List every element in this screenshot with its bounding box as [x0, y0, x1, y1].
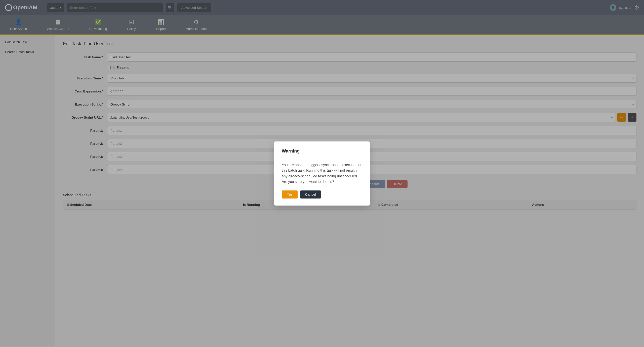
warning-modal: Warning You are about to trigger asynchr… [274, 141, 370, 206]
modal-overlay: Warning You are about to trigger asynchr… [0, 0, 644, 346]
modal-actions: Yes Cancel [282, 190, 362, 199]
modal-yes-button[interactable]: Yes [282, 190, 298, 199]
modal-divider [282, 158, 362, 158]
modal-body: You are about to trigger asynchronous ex… [282, 162, 362, 185]
modal-cancel-button[interactable]: Cancel [300, 190, 321, 199]
modal-title: Warning [282, 148, 362, 154]
